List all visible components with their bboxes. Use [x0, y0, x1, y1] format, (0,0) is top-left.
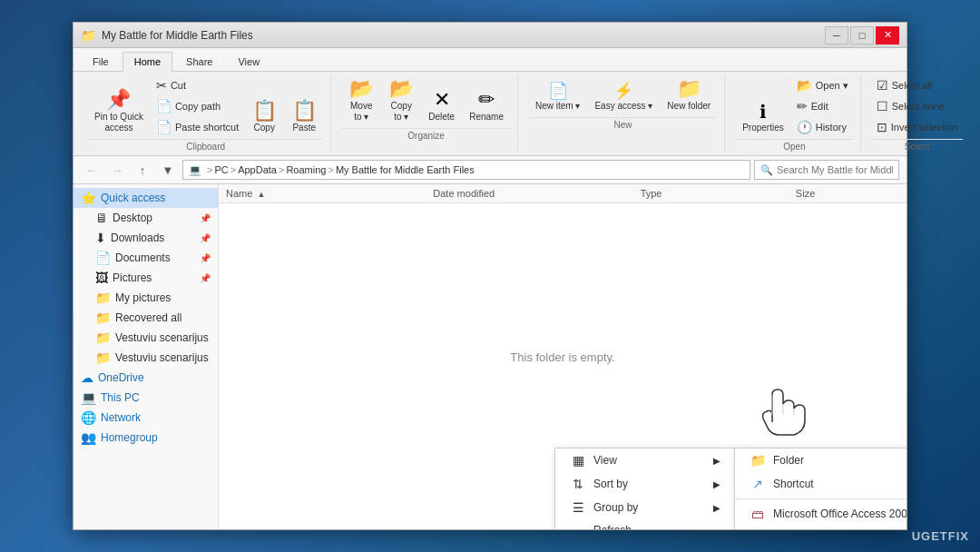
recent-button[interactable]: ▼ — [157, 160, 179, 180]
delete-button[interactable]: ✕ Delete — [422, 86, 461, 126]
pin-label: Pin to Quickaccess — [94, 112, 143, 133]
file-area: Name ▲ Date modified Type Size This fold… — [219, 184, 906, 529]
rename-icon: ✏ — [478, 90, 495, 110]
sidebar-item-desktop[interactable]: 🖥 Desktop 📌 — [74, 208, 218, 228]
maximize-button[interactable]: □ — [850, 26, 874, 44]
path-appdata[interactable]: AppData — [238, 164, 277, 175]
documents-label: Documents — [115, 251, 171, 264]
address-path[interactable]: 💻 > PC > AppData > Roaming > My Battle f… — [182, 160, 750, 180]
up-button[interactable]: ↑ — [132, 160, 153, 180]
rename-label: Rename — [469, 112, 504, 123]
cm-group-by[interactable]: ☰ Group by ▶ — [555, 496, 735, 519]
edit-label: Edit — [811, 101, 828, 112]
move-to-button[interactable]: 📂 Moveto ▾ — [342, 75, 380, 126]
recovered-label: Recovered all — [115, 311, 181, 324]
cm-view-label: View — [593, 454, 617, 467]
select-all-icon: ☑ — [877, 78, 888, 93]
onedrive-label: OneDrive — [98, 371, 144, 384]
copy-to-label: Copyto ▾ — [391, 101, 412, 123]
rename-button[interactable]: ✏ Rename — [463, 86, 510, 126]
documents-icon: 📄 — [95, 251, 111, 265]
sidebar-item-homegroup[interactable]: 👥 Homegroup — [74, 428, 218, 448]
copy-to-button[interactable]: 📂 Copyto ▾ — [382, 75, 420, 126]
desktop-icon: 🖥 — [95, 211, 108, 225]
vestuviu2-icon: 📁 — [95, 350, 111, 365]
sidebar-item-this-pc[interactable]: 💻 This PC — [74, 388, 218, 408]
select-none-label: Select none — [892, 101, 945, 112]
cm-view[interactable]: ▦ View ▶ — [555, 448, 735, 472]
sidebar-item-documents[interactable]: 📄 Documents 📌 — [74, 248, 218, 268]
cm-refresh[interactable]: Refresh — [555, 519, 735, 529]
clipboard-buttons: 📌 Pin to Quickaccess ✂ Cut 📄 Copy path — [88, 75, 323, 137]
sidebar-item-network[interactable]: 🌐 Network — [74, 408, 218, 428]
organize-buttons: 📂 Moveto ▾ 📂 Copyto ▾ ✕ Delete ✏ Rename — [342, 75, 510, 126]
sidebar-item-vestuviu2[interactable]: 📁 Vestuviu scenarijus — [74, 348, 218, 368]
desktop-pin: 📌 — [200, 213, 211, 223]
select-all-button[interactable]: ☑ Select all — [872, 75, 963, 95]
cm-shortcut-icon: ↗ — [750, 477, 766, 491]
file-header: Name ▲ Date modified Type Size — [219, 184, 906, 203]
search-input[interactable] — [777, 164, 893, 175]
ribbon-group-clipboard: 📌 Pin to Quickaccess ✂ Cut 📄 Copy path — [81, 75, 331, 152]
cm-access-icon: 🗃 — [750, 507, 766, 521]
properties-button[interactable]: ℹ Properties — [736, 99, 790, 137]
cm-sub-folder[interactable]: 📁 Folder — [735, 448, 906, 472]
sidebar-item-onedrive[interactable]: ☁ OneDrive — [74, 368, 218, 388]
cm-sort-arrow: ▶ — [713, 479, 720, 489]
col-type[interactable]: Type — [641, 188, 796, 199]
path-roaming[interactable]: Roaming — [286, 164, 326, 175]
select-label: Select — [872, 139, 963, 152]
copy-path-button[interactable]: 📄 Copy path — [152, 96, 243, 116]
tab-view[interactable]: View — [226, 52, 271, 72]
close-button[interactable]: ✕ — [876, 26, 899, 44]
new-item-button[interactable]: 📄 New item ▾ — [529, 79, 586, 115]
col-size[interactable]: Size — [796, 188, 899, 199]
minimize-button[interactable]: ─ — [825, 26, 848, 44]
invert-selection-button[interactable]: ⊡ Invert selection — [872, 117, 963, 137]
history-button[interactable]: 🕐 History — [792, 117, 853, 137]
sidebar-item-recovered[interactable]: 📁 Recovered all — [74, 308, 218, 328]
forward-button[interactable]: → — [106, 160, 128, 180]
new-item-label: New item ▾ — [535, 101, 580, 112]
ribbon: File Home Share View 📌 Pin to Quickacces… — [74, 48, 906, 156]
new-item-icon: 📄 — [548, 83, 568, 99]
select-none-button[interactable]: ☐ Select none — [872, 96, 963, 116]
easy-access-button[interactable]: ⚡ Easy access ▾ — [588, 79, 659, 115]
tab-file[interactable]: File — [81, 52, 121, 72]
cm-sub-bitmap[interactable]: 🖼 Bitmap image — [735, 526, 906, 529]
col-date[interactable]: Date modified — [433, 188, 640, 199]
new-folder-button[interactable]: 📁 New folder — [661, 75, 717, 115]
sidebar-item-vestuviu1[interactable]: 📁 Vestuviu scenarijus — [74, 328, 218, 348]
col-name[interactable]: Name ▲ — [226, 188, 433, 199]
cm-sub-access-db[interactable]: 🗃 Microsoft Office Access 2007 Database — [735, 502, 906, 526]
paste-label: Paste — [292, 123, 316, 133]
pin-to-quick-access-button[interactable]: 📌 Pin to Quickaccess — [88, 86, 150, 137]
open-col: 📂 Open ▾ ✏ Edit 🕐 History — [792, 75, 853, 137]
network-icon: 🌐 — [81, 410, 96, 425]
ribbon-group-organize: 📂 Moveto ▾ 📂 Copyto ▾ ✕ Delete ✏ Rename — [335, 75, 518, 152]
cm-refresh-label: Refresh — [593, 524, 632, 529]
path-pc[interactable]: PC — [214, 164, 228, 175]
pin-icon: 📌 — [106, 90, 131, 110]
paste-shortcut-button[interactable]: 📄 Paste shortcut — [152, 117, 243, 137]
cm-sort-by[interactable]: ⇅ Sort by ▶ — [555, 472, 735, 496]
tab-share[interactable]: Share — [174, 52, 224, 72]
open-icon: 📂 — [797, 78, 812, 93]
copy-button[interactable]: 📋 Copy — [245, 97, 283, 137]
cut-button[interactable]: ✂ Cut — [152, 75, 243, 95]
sidebar-item-quick-access[interactable]: ⭐ Quick access — [74, 188, 218, 208]
sidebar-item-downloads[interactable]: ⬇ Downloads 📌 — [74, 228, 218, 248]
search-box[interactable]: 🔍 — [754, 160, 899, 180]
paste-button[interactable]: 📋 Paste — [285, 97, 323, 137]
edit-button[interactable]: ✏ Edit — [792, 96, 853, 116]
open-label: Open — [736, 139, 853, 152]
title-bar-controls: ─ □ ✕ — [825, 26, 899, 44]
path-folder[interactable]: My Battle for Middle Earth Files — [336, 164, 475, 175]
back-button[interactable]: ← — [81, 160, 103, 180]
sidebar-item-pictures[interactable]: 🖼 Pictures 📌 — [74, 268, 218, 288]
copy-path-icon: 📄 — [156, 99, 172, 113]
tab-home[interactable]: Home — [122, 52, 172, 72]
sidebar-item-my-pictures[interactable]: 📁 My pictures — [74, 288, 218, 308]
open-button[interactable]: 📂 Open ▾ — [792, 75, 853, 95]
cm-sub-shortcut[interactable]: ↗ Shortcut — [735, 472, 906, 496]
